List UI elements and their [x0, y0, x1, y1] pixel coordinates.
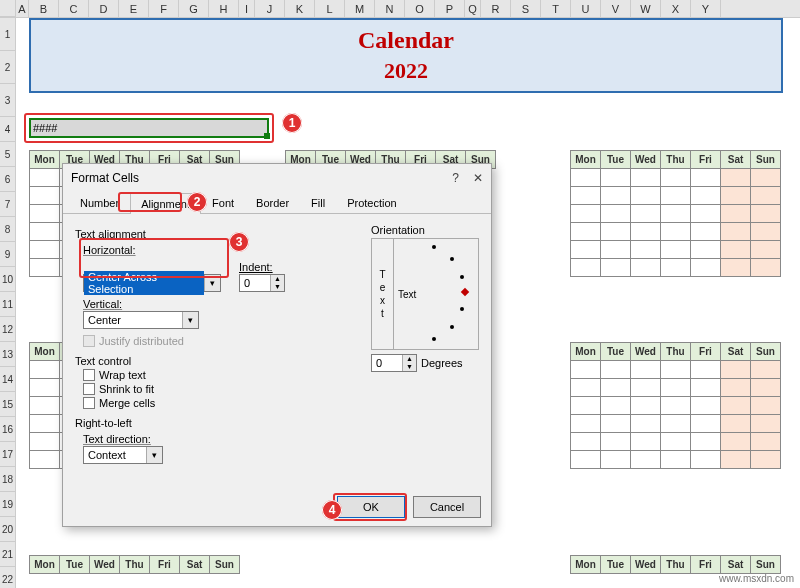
month-grid[interactable]: MonTueWedThuFriSatSun [29, 555, 240, 574]
chevron-down-icon[interactable]: ▾ [182, 312, 198, 328]
day-cell[interactable] [631, 205, 661, 223]
col-header[interactable]: Q [465, 0, 481, 17]
row-header[interactable]: 9 [0, 242, 16, 267]
day-cell[interactable] [30, 205, 60, 223]
day-cell[interactable] [631, 379, 661, 397]
month-grid[interactable]: MonTueWedThuFriSatSun [570, 342, 781, 469]
day-cell[interactable] [661, 397, 691, 415]
horizontal-alignment-combo[interactable]: Center Across Selection ▾ [83, 274, 221, 292]
day-cell[interactable] [571, 433, 601, 451]
ok-button[interactable]: OK [337, 496, 405, 518]
day-cell[interactable] [571, 451, 601, 469]
row-header[interactable]: 12 [0, 317, 16, 342]
selected-range[interactable]: #### [29, 118, 269, 138]
month-grid[interactable]: MonTueWedThuFriSatSun [570, 555, 781, 574]
row-header[interactable]: 11 [0, 292, 16, 317]
col-header[interactable]: X [661, 0, 691, 17]
day-cell[interactable] [631, 223, 661, 241]
fill-handle[interactable] [264, 133, 270, 139]
row-header[interactable]: 8 [0, 217, 16, 242]
day-cell[interactable] [721, 205, 751, 223]
day-cell[interactable] [691, 187, 721, 205]
col-header[interactable]: A [16, 0, 29, 17]
col-header[interactable]: P [435, 0, 465, 17]
orientation-control[interactable]: T e x t Text [371, 238, 479, 350]
day-cell[interactable] [661, 169, 691, 187]
day-cell[interactable] [691, 169, 721, 187]
row-header[interactable]: 7 [0, 192, 16, 217]
col-header[interactable]: W [631, 0, 661, 17]
day-cell[interactable] [721, 223, 751, 241]
day-cell[interactable] [751, 397, 781, 415]
chevron-down-icon[interactable]: ▾ [146, 447, 162, 463]
day-cell[interactable] [751, 205, 781, 223]
day-cell[interactable] [631, 397, 661, 415]
day-cell[interactable] [30, 223, 60, 241]
row-header[interactable]: 5 [0, 142, 16, 167]
col-header[interactable]: C [59, 0, 89, 17]
col-header[interactable]: S [511, 0, 541, 17]
col-header[interactable]: J [255, 0, 285, 17]
day-cell[interactable] [571, 205, 601, 223]
calendar-title-cell[interactable]: Calendar 2022 [29, 18, 783, 93]
col-header[interactable]: L [315, 0, 345, 17]
day-cell[interactable] [661, 361, 691, 379]
tab-protection[interactable]: Protection [336, 192, 408, 213]
vertical-text-button[interactable]: T e x t [372, 239, 394, 349]
tab-border[interactable]: Border [245, 192, 300, 213]
row-header[interactable]: 16 [0, 417, 16, 442]
chevron-down-icon[interactable]: ▾ [204, 275, 220, 291]
row-header[interactable]: 10 [0, 267, 16, 292]
day-cell[interactable] [691, 379, 721, 397]
spinner-up-icon[interactable]: ▲ [271, 275, 284, 283]
day-cell[interactable] [721, 451, 751, 469]
shrink-to-fit-checkbox[interactable]: Shrink to fit [83, 383, 479, 395]
row-header[interactable]: 13 [0, 342, 16, 367]
col-header[interactable]: F [149, 0, 179, 17]
spinner-down-icon[interactable]: ▼ [403, 363, 416, 371]
day-cell[interactable] [751, 223, 781, 241]
day-cell[interactable] [601, 433, 631, 451]
row-header[interactable]: 14 [0, 367, 16, 392]
day-cell[interactable] [661, 433, 691, 451]
day-cell[interactable] [601, 451, 631, 469]
row-header[interactable]: 6 [0, 167, 16, 192]
day-cell[interactable] [30, 379, 60, 397]
row-header[interactable]: 3 [0, 84, 16, 117]
day-cell[interactable] [691, 415, 721, 433]
merge-cells-checkbox[interactable]: Merge cells [83, 397, 479, 409]
day-cell[interactable] [661, 259, 691, 277]
day-cell[interactable] [601, 379, 631, 397]
close-icon[interactable]: ✕ [473, 171, 483, 185]
day-cell[interactable] [30, 187, 60, 205]
help-icon[interactable]: ? [452, 171, 459, 185]
row-header[interactable]: 21 [0, 542, 16, 567]
day-cell[interactable] [601, 259, 631, 277]
day-cell[interactable] [691, 205, 721, 223]
day-cell[interactable] [30, 259, 60, 277]
day-cell[interactable] [571, 361, 601, 379]
day-cell[interactable] [661, 223, 691, 241]
day-cell[interactable] [571, 169, 601, 187]
day-cell[interactable] [571, 379, 601, 397]
day-cell[interactable] [751, 361, 781, 379]
day-cell[interactable] [721, 187, 751, 205]
col-header[interactable]: U [571, 0, 601, 17]
col-header[interactable]: T [541, 0, 571, 17]
day-cell[interactable] [30, 397, 60, 415]
col-header[interactable]: R [481, 0, 511, 17]
day-cell[interactable] [30, 241, 60, 259]
row-header[interactable]: 1 [0, 18, 16, 51]
col-header[interactable]: H [209, 0, 239, 17]
col-header[interactable]: O [405, 0, 435, 17]
day-cell[interactable] [691, 259, 721, 277]
day-cell[interactable] [661, 187, 691, 205]
day-cell[interactable] [571, 241, 601, 259]
day-cell[interactable] [601, 187, 631, 205]
day-cell[interactable] [601, 205, 631, 223]
day-cell[interactable] [571, 187, 601, 205]
col-header[interactable]: B [29, 0, 59, 17]
day-cell[interactable] [601, 169, 631, 187]
day-cell[interactable] [661, 241, 691, 259]
day-cell[interactable] [721, 259, 751, 277]
